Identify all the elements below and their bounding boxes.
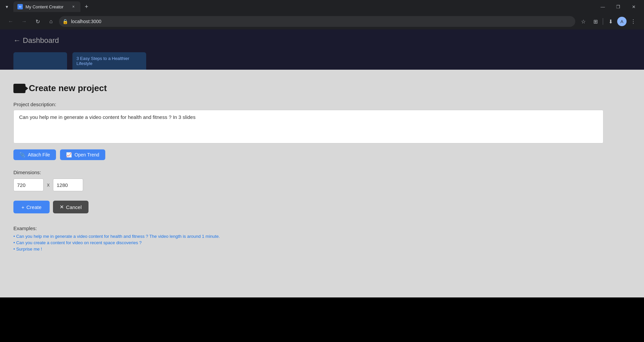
action-buttons: 📎 Attach File 📈 Open Trend [13, 149, 631, 160]
dashboard-cards: 3 Easy Steps to a Healthier Lifestyle [13, 52, 146, 70]
nav-bar: ← → ↻ ⌂ 🔒 ☆ ⊞ ⬇ A ⋮ [0, 13, 644, 29]
address-input[interactable] [59, 16, 575, 27]
examples-section: Examples: Can you help me in generate a … [13, 225, 631, 252]
address-lock-icon: 🔒 [62, 19, 68, 24]
new-tab-button[interactable]: + [82, 2, 91, 11]
x-icon: ✕ [60, 204, 64, 210]
extensions-button[interactable]: ⊞ [590, 16, 601, 27]
create-cancel-buttons: + Create ✕ Cancel [13, 201, 631, 213]
menu-button[interactable]: ⋮ [628, 16, 639, 27]
nav-right-icons: ☆ ⊞ ⬇ A ⋮ [578, 16, 639, 27]
example-item-1[interactable]: Can you help me in generate a video cont… [13, 234, 631, 239]
paperclip-icon: 📎 [19, 152, 25, 157]
profile-avatar[interactable]: A [617, 17, 627, 26]
modal-title: Create new project [29, 83, 107, 93]
download-button[interactable]: ⬇ [605, 16, 616, 27]
tab-left-controls: ▾ [3, 3, 11, 11]
dimension-separator: x [47, 182, 50, 188]
page-wrapper: ← Dashboard 3 Easy Steps to a Healthier … [0, 29, 644, 342]
cancel-button[interactable]: ✕ Cancel [53, 201, 89, 213]
plus-icon: + [21, 204, 24, 210]
open-trend-button[interactable]: 📈 Open Trend [60, 149, 105, 160]
modal-header: Create new project [13, 83, 631, 93]
forward-button[interactable]: → [19, 16, 30, 27]
window-controls: — ❐ ✕ [595, 0, 641, 13]
dimensions-section: Dimensions: x [13, 169, 631, 191]
tab-bar: ▾ M My Content Creator × + — ❐ ✕ [0, 0, 644, 13]
maximize-button[interactable]: ❐ [610, 0, 626, 13]
description-textarea[interactable]: Can you help me in generate a video cont… [13, 110, 603, 143]
example-item-3[interactable]: Surprise me ! [13, 247, 631, 252]
create-button[interactable]: + Create [13, 201, 50, 213]
dashboard-card-2[interactable]: 3 Easy Steps to a Healthier Lifestyle [72, 52, 146, 70]
dimensions-inputs: x [13, 179, 631, 191]
address-bar-wrapper: 🔒 [59, 16, 575, 27]
tab-title: My Content Creator [25, 4, 68, 9]
video-camera-icon [13, 84, 25, 93]
dashboard-background: ← Dashboard 3 Easy Steps to a Healthier … [0, 29, 644, 70]
back-button[interactable]: ← [5, 16, 16, 27]
browser-chrome: ▾ M My Content Creator × + — ❐ ✕ ← → ↻ ⌂… [0, 0, 644, 29]
description-section: Project description: Can you help me in … [13, 101, 631, 145]
close-window-button[interactable]: ✕ [626, 0, 641, 13]
create-project-form: Create new project Project description: … [0, 70, 644, 297]
tab-favicon: M [17, 4, 23, 9]
bottom-area [0, 297, 644, 342]
tab-overflow-button[interactable]: ▾ [3, 3, 11, 11]
home-button[interactable]: ⌂ [46, 16, 56, 27]
attach-file-button[interactable]: 📎 Attach File [13, 149, 56, 160]
refresh-button[interactable]: ↻ [32, 16, 43, 27]
width-input[interactable] [13, 179, 44, 191]
dimensions-label: Dimensions: [13, 169, 631, 175]
dashboard-back-link[interactable]: ← Dashboard [13, 36, 631, 45]
dashboard-card-1[interactable] [13, 52, 67, 70]
bookmark-button[interactable]: ☆ [578, 16, 589, 27]
height-input[interactable] [53, 179, 83, 191]
nav-divider [603, 18, 603, 25]
description-label: Project description: [13, 101, 631, 107]
example-item-2[interactable]: Can you create a content for video on re… [13, 240, 631, 245]
active-tab[interactable]: M My Content Creator × [13, 1, 80, 12]
tab-close-button[interactable]: × [70, 4, 76, 10]
minimize-button[interactable]: — [595, 0, 610, 13]
trend-icon: 📈 [66, 152, 72, 157]
examples-title: Examples: [13, 225, 631, 231]
